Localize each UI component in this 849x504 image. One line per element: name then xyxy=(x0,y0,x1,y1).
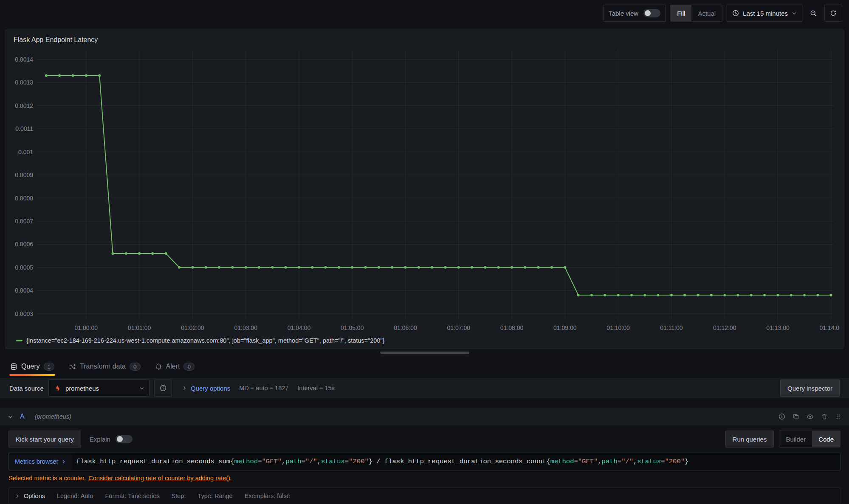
tab-alert-label: Alert xyxy=(166,363,180,370)
option-step: Step: xyxy=(172,493,186,499)
toggle-knob xyxy=(645,10,651,16)
database-icon xyxy=(10,363,17,370)
tab-alert[interactable]: Alert 0 xyxy=(154,356,195,377)
duplicate-query-icon[interactable] xyxy=(793,413,799,420)
chevron-down-icon xyxy=(139,386,144,391)
chevron-down-icon[interactable] xyxy=(8,414,13,420)
svg-text:0.0012: 0.0012 xyxy=(15,102,33,109)
datasource-bar: Data source prometheus Query options MD … xyxy=(0,378,849,398)
explain-label: Explain xyxy=(90,436,110,443)
tab-transform-data[interactable]: Transform data 0 xyxy=(68,356,141,377)
query-options-toggle[interactable]: Query options xyxy=(182,385,230,392)
svg-text:0.0013: 0.0013 xyxy=(15,79,33,86)
option-exemplars: Exemplars: false xyxy=(245,493,290,499)
info-circle-icon xyxy=(160,385,166,391)
counter-warning: Selected metric is a counter.Consider ca… xyxy=(8,475,841,481)
zoom-out-button[interactable] xyxy=(807,5,820,22)
max-data-points-text: MD = auto = 1827 xyxy=(239,385,288,391)
query-row-header[interactable]: A (prometheus) xyxy=(0,408,849,425)
run-queries-button[interactable]: Run queries xyxy=(725,431,774,448)
datasource-name: prometheus xyxy=(65,385,99,392)
table-view-toggle[interactable] xyxy=(643,9,660,17)
interval-text: Interval = 15s xyxy=(297,385,334,391)
svg-text:0.0006: 0.0006 xyxy=(15,241,33,248)
svg-text:0.0009: 0.0009 xyxy=(15,172,33,178)
chevron-right-icon xyxy=(15,494,20,498)
actual-button[interactable]: Actual xyxy=(691,5,722,21)
svg-text:01:14:00: 01:14:00 xyxy=(819,324,840,331)
svg-text:0.0008: 0.0008 xyxy=(15,195,33,202)
alert-count-badge: 0 xyxy=(183,363,195,371)
toggle-knob xyxy=(117,436,123,442)
svg-text:01:01:00: 01:01:00 xyxy=(128,324,151,331)
svg-text:01:02:00: 01:02:00 xyxy=(181,324,204,331)
options-row[interactable]: Options Legend: Auto Format: Time series… xyxy=(8,487,841,504)
datasource-picker[interactable]: prometheus xyxy=(48,380,149,397)
query-ref-id: A xyxy=(20,413,25,420)
query-inspector-button[interactable]: Query inspector xyxy=(780,380,840,397)
timeseries-panel: Flask App Endpoint Latency 0.00030.00040… xyxy=(6,30,843,349)
svg-text:01:12:00: 01:12:00 xyxy=(713,324,736,331)
table-view-control: Table view xyxy=(603,5,666,22)
drag-grip-icon[interactable] xyxy=(835,414,841,420)
svg-text:01:07:00: 01:07:00 xyxy=(447,324,471,331)
query-toolbar: Kick start your query Explain Run querie… xyxy=(8,431,841,448)
code-mode-button[interactable]: Code xyxy=(812,431,840,447)
datasource-label: Data source xyxy=(9,385,44,392)
svg-text:01:09:00: 01:09:00 xyxy=(553,324,577,331)
datasource-help-button[interactable] xyxy=(154,380,172,397)
query-options-label: Query options xyxy=(191,385,230,392)
chevron-right-icon xyxy=(61,459,66,464)
svg-text:0.0011: 0.0011 xyxy=(15,125,33,132)
tab-transform-label: Transform data xyxy=(80,363,126,370)
builder-mode-button[interactable]: Builder xyxy=(779,431,812,447)
svg-text:0.0007: 0.0007 xyxy=(15,218,33,225)
latency-chart[interactable]: 0.00030.00040.00050.00060.00070.00080.00… xyxy=(9,45,840,336)
delete-query-icon[interactable] xyxy=(821,413,828,420)
option-format: Format: Time series xyxy=(105,493,159,499)
chevron-down-icon xyxy=(792,11,797,16)
clock-icon xyxy=(732,10,739,17)
handle-row xyxy=(0,349,849,356)
option-legend: Legend: Auto xyxy=(57,493,93,499)
legend-series-label[interactable]: {instance="ec2-184-169-216-224.us-west-1… xyxy=(26,337,384,344)
query-section: A (prometheus) xyxy=(0,408,849,504)
fill-actual-segmented: Fill Actual xyxy=(670,5,722,22)
svg-text:01:03:00: 01:03:00 xyxy=(234,324,257,331)
explain-toggle[interactable] xyxy=(116,435,133,443)
refresh-icon xyxy=(830,10,837,17)
warning-rate-link[interactable]: Consider calculating rate of counter by … xyxy=(88,475,232,481)
time-range-label: Last 15 minutes xyxy=(743,10,788,17)
panel-resize-handle[interactable] xyxy=(380,352,469,354)
panel-title[interactable]: Flask App Endpoint Latency xyxy=(9,33,840,45)
transform-icon xyxy=(69,363,76,370)
table-view-label: Table view xyxy=(609,10,638,17)
promql-expression[interactable]: flask_http_request_duration_seconds_sum{… xyxy=(72,453,840,470)
metrics-browser-toggle[interactable]: Metrics browser xyxy=(9,453,72,470)
chart-area[interactable]: 0.00030.00040.00050.00060.00070.00080.00… xyxy=(9,45,840,336)
query-body: Kick start your query Explain Run querie… xyxy=(0,425,849,504)
tab-query-label: Query xyxy=(21,363,40,370)
fill-button[interactable]: Fill xyxy=(671,5,691,21)
zoom-out-icon xyxy=(810,10,817,17)
time-range-picker[interactable]: Last 15 minutes xyxy=(727,5,802,22)
svg-text:01:06:00: 01:06:00 xyxy=(394,324,417,331)
tab-query[interactable]: Query 1 xyxy=(9,356,55,377)
editor-toolbar: Table view Fill Actual Last 15 minutes xyxy=(0,0,849,26)
grafana-panel-editor: Table view Fill Actual Last 15 minutes xyxy=(0,0,849,504)
legend-series-marker xyxy=(16,340,23,341)
refresh-button[interactable] xyxy=(824,5,842,22)
toggle-visibility-icon[interactable] xyxy=(807,413,814,420)
query-help-icon[interactable] xyxy=(778,413,785,420)
chevron-right-icon xyxy=(182,386,187,391)
chart-legend: {instance="ec2-184-169-216-224.us-west-1… xyxy=(9,336,840,346)
query-datasource-hint: (prometheus) xyxy=(35,413,71,420)
svg-text:01:10:00: 01:10:00 xyxy=(606,324,630,331)
svg-text:01:00:00: 01:00:00 xyxy=(75,324,98,331)
query-count-badge: 1 xyxy=(44,363,55,371)
kick-start-button[interactable]: Kick start your query xyxy=(8,431,81,448)
svg-text:01:05:00: 01:05:00 xyxy=(341,324,364,331)
svg-text:01:11:00: 01:11:00 xyxy=(660,324,683,331)
query-row-actions xyxy=(778,413,841,420)
prometheus-icon xyxy=(54,384,62,392)
